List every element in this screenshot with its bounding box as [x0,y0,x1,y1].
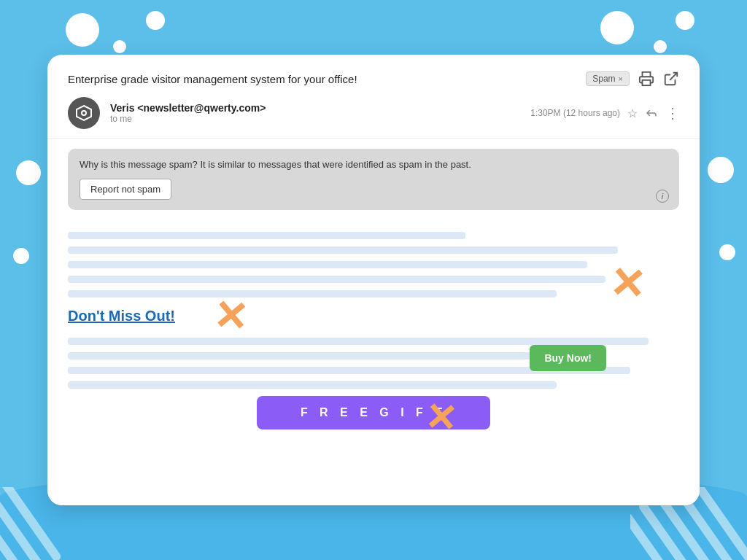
sender-row: Veris <newsletter@qwerty.com> to me 1:30… [68,97,679,129]
dot [676,11,694,30]
email-timestamp: 1:30PM (12 hours ago) [530,108,620,118]
dot [654,40,667,53]
dot [708,157,734,183]
print-icon[interactable] [638,71,654,87]
svg-point-3 [82,111,86,115]
sender-info: Veris <newsletter@qwerty.com> to me [110,102,520,124]
dot [113,40,126,53]
sender-meta: 1:30PM (12 hours ago) ☆ ⋮ [530,104,679,122]
content-line [68,261,587,268]
content-line [68,276,605,283]
free-gift-row: F R E E G I F T ✕ [68,396,679,429]
email-header: Enterprise grade visitor management syst… [47,55,700,139]
dont-miss-row: Don't Miss Out! ✕ [68,305,679,332]
dot [719,244,735,260]
email-card: Enterprise grade visitor management syst… [47,55,700,505]
open-external-icon[interactable] [663,71,679,87]
subject-row: Enterprise grade visitor management syst… [68,71,679,87]
email-subject: Enterprise grade visitor management syst… [68,73,577,85]
dot [16,160,41,185]
reply-icon[interactable] [645,106,658,120]
content-line [68,338,649,345]
buy-now-row: Buy Now! ✕ [68,276,679,283]
dot [13,248,29,264]
x-mark-dontmiss: ✕ [212,295,250,338]
sender-to: to me [110,114,520,124]
content-line [68,381,557,389]
svg-rect-0 [643,80,651,85]
spam-label: Spam [592,74,615,84]
dont-miss-link[interactable]: Don't Miss Out! [68,308,175,324]
info-icon[interactable]: i [656,190,669,203]
spam-close-button[interactable]: × [619,74,623,83]
star-icon[interactable]: ☆ [627,106,638,120]
email-body: Buy Now! ✕ Don't Miss Out! ✕ F R E E G I… [47,220,700,505]
x-mark-buynow: ✕ [608,261,648,306]
svg-marker-2 [77,106,91,120]
more-icon[interactable]: ⋮ [665,104,679,122]
spam-warning-box: Why is this message spam? It is similar … [68,149,679,210]
sender-avatar [68,97,100,129]
spam-warning-text: Why is this message spam? It is similar … [80,159,667,170]
header-icons [638,71,679,87]
sender-name: Veris <newsletter@qwerty.com> [110,102,520,114]
dot [66,13,99,47]
dot [600,11,634,44]
content-line [68,232,465,239]
content-line [68,352,605,359]
content-line [68,246,618,254]
dot [146,11,165,30]
free-gift-button[interactable]: F R E E G I F T [257,396,490,429]
spam-badge: Spam × [586,71,630,86]
report-not-spam-button[interactable]: Report not spam [80,179,171,200]
buy-now-button[interactable]: Buy Now! [530,345,606,371]
svg-line-1 [670,73,677,80]
content-line [68,290,557,298]
